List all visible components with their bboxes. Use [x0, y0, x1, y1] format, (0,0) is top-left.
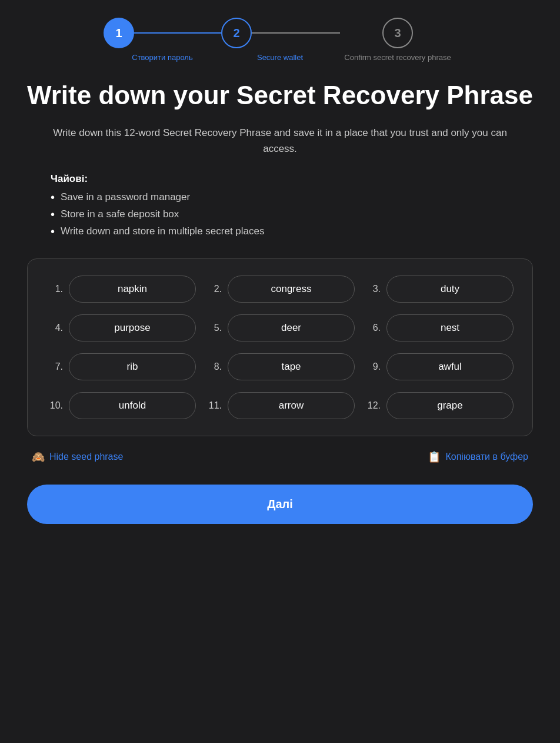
word-number: 5.: [205, 323, 222, 333]
word-pill: napkin: [69, 276, 196, 303]
step-1-label: Створити пароль: [132, 53, 192, 62]
word-number: 9.: [364, 361, 381, 372]
word-pill: purpose: [69, 314, 196, 341]
word-pill: tape: [228, 353, 355, 380]
word-number: 6.: [364, 323, 381, 333]
word-row: 5.deer: [205, 314, 355, 341]
word-row: 8.tape: [205, 353, 355, 380]
word-pill: rib: [69, 353, 196, 380]
word-pill: congress: [228, 276, 355, 303]
step-3-circle: 3: [382, 18, 413, 48]
word-row: 1.napkin: [46, 276, 196, 303]
word-pill: unfold: [69, 392, 196, 419]
step-2-circle: 2: [221, 18, 252, 48]
word-row: 3.duty: [364, 276, 514, 303]
word-number: 3.: [364, 284, 381, 294]
list-item: Store in a safe deposit box: [51, 208, 509, 221]
word-number: 1.: [46, 284, 63, 294]
step-line-1: [133, 32, 222, 34]
word-pill: awful: [386, 353, 514, 380]
step-3-label: Confirm secret recovery phrase: [344, 53, 451, 62]
word-number: 7.: [46, 361, 63, 372]
main-container: 1 Створити пароль 2 Secure wallet 3 Conf…: [27, 18, 533, 524]
next-button[interactable]: Далі: [27, 485, 533, 524]
copy-icon: 📋: [428, 450, 441, 463]
word-row: 7.rib: [46, 353, 196, 380]
word-row: 12.grape: [364, 392, 514, 419]
hide-icon: 🙈: [32, 450, 45, 463]
word-pill: arrow: [228, 392, 355, 419]
copy-button[interactable]: 📋 Копіювати в буфер: [428, 450, 528, 463]
word-number: 12.: [364, 400, 381, 411]
tips-list: Save in a password manager Store in a sa…: [51, 191, 509, 238]
step-2-label: Secure wallet: [257, 53, 303, 62]
word-grid-container: 1.napkin2.congress3.duty4.purpose5.deer6…: [27, 258, 533, 436]
tips-heading: Чайові:: [51, 173, 509, 185]
page-subtitle: Write down this 12-word Secret Recovery …: [51, 125, 509, 157]
word-pill: deer: [228, 314, 355, 341]
tips-section: Чайові: Save in a password manager Store…: [51, 173, 509, 242]
copy-label: Копіювати в буфер: [445, 452, 528, 462]
step-2: 2 Secure wallet: [221, 18, 339, 62]
stepper: 1 Створити пароль 2 Secure wallet 3 Conf…: [104, 18, 456, 62]
word-number: 11.: [205, 400, 222, 411]
word-number: 10.: [46, 400, 63, 411]
word-number: 8.: [205, 361, 222, 372]
word-row: 11.arrow: [205, 392, 355, 419]
list-item: Write down and store in multiple secret …: [51, 225, 509, 238]
word-pill: nest: [386, 314, 514, 341]
word-row: 10.unfold: [46, 392, 196, 419]
word-row: 6.nest: [364, 314, 514, 341]
step-1-circle: 1: [104, 18, 134, 48]
page-title: Write down your Secret Recovery Phrase: [27, 81, 533, 111]
word-pill: grape: [386, 392, 514, 419]
list-item: Save in a password manager: [51, 191, 509, 204]
word-row: 4.purpose: [46, 314, 196, 341]
bottom-actions: 🙈 Hide seed phrase 📋 Копіювати в буфер: [27, 450, 533, 463]
hide-seed-label: Hide seed phrase: [49, 452, 123, 462]
word-row: 2.congress: [205, 276, 355, 303]
step-line-2: [251, 32, 340, 34]
step-3: 3 Confirm secret recovery phrase: [339, 18, 456, 62]
word-number: 2.: [205, 284, 222, 294]
word-pill: duty: [386, 276, 514, 303]
hide-seed-button[interactable]: 🙈 Hide seed phrase: [32, 450, 123, 463]
word-number: 4.: [46, 323, 63, 333]
step-1: 1 Створити пароль: [104, 18, 221, 62]
word-row: 9.awful: [364, 353, 514, 380]
word-grid: 1.napkin2.congress3.duty4.purpose5.deer6…: [46, 276, 514, 419]
